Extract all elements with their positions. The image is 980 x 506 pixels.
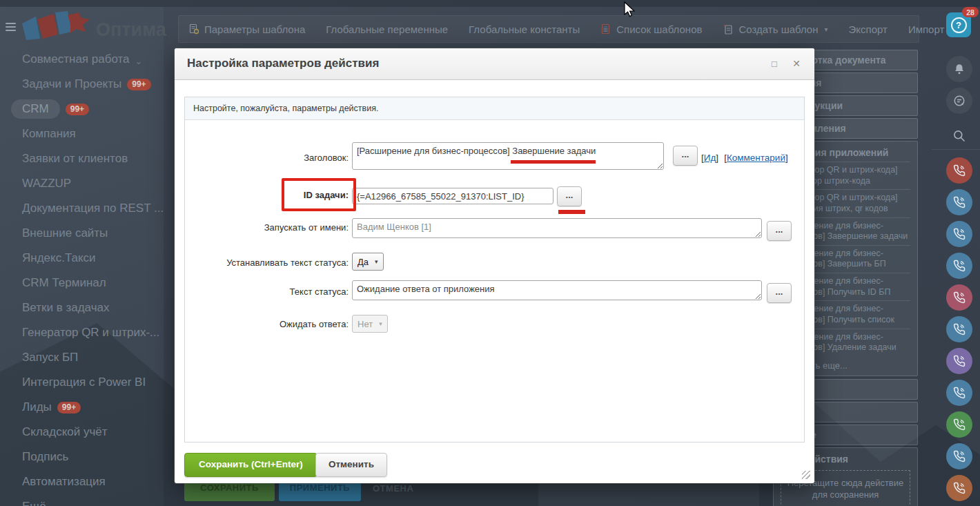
sidebar-item-label: Задачи и Проекты bbox=[22, 77, 121, 91]
select-value: Нет bbox=[357, 319, 373, 329]
telephony-call-rail bbox=[946, 157, 972, 501]
cancel-button[interactable]: Отменить bbox=[315, 453, 387, 477]
phone-call-icon[interactable] bbox=[946, 253, 972, 279]
tab-create-template[interactable]: Создать шаблон ▾ bbox=[723, 23, 827, 35]
tab-label: Импорт bbox=[908, 23, 944, 35]
sidebar-item-automation[interactable]: Автоматизация bbox=[22, 469, 160, 494]
phone-call-icon[interactable] bbox=[946, 348, 972, 374]
select-caret-icon: ▾ bbox=[379, 320, 382, 327]
sidebar-item-label: Совместная работа bbox=[22, 52, 130, 66]
sidebar-item-label: WAZZUP bbox=[22, 177, 71, 191]
phone-call-icon[interactable] bbox=[946, 380, 972, 406]
sidebar-menu: Совместная работа ⌄ Задачи и Проекты 99+… bbox=[22, 47, 160, 506]
field-label-title: Заголовок: bbox=[195, 153, 349, 163]
sidebar-item-powerbi[interactable]: Интеграция с Power BI bbox=[22, 370, 160, 395]
tab-global-variables[interactable]: Глобальные переменные bbox=[326, 23, 448, 35]
sidebar-item-bp-launch[interactable]: Запуск БП bbox=[22, 345, 160, 370]
chat-bubble-icon bbox=[953, 95, 966, 107]
sidebar-item-warehouse[interactable]: Складской учёт bbox=[22, 420, 160, 445]
sidebar-item-more[interactable]: Ещё bbox=[22, 494, 160, 506]
sidebar-item-tasks[interactable]: Задачи и Проекты 99+ bbox=[22, 72, 160, 97]
task-id-more-button[interactable]: ... bbox=[557, 186, 582, 206]
field-label-run-as: Запускать от имени: bbox=[195, 222, 349, 233]
sidebar-item-label: Лиды bbox=[22, 400, 52, 414]
search-button[interactable] bbox=[946, 123, 972, 149]
support-chat-button[interactable] bbox=[946, 88, 972, 114]
notification-badge: 99+ bbox=[66, 104, 89, 115]
phone-call-icon[interactable] bbox=[946, 284, 972, 311]
sidebar-item-label: Интеграция с Power BI bbox=[22, 376, 146, 389]
dialog-header[interactable]: Настройка параметров действия □ ✕ bbox=[175, 48, 814, 80]
tab-label: Создать шаблон bbox=[738, 23, 818, 35]
question-mark-icon: ? bbox=[951, 17, 967, 33]
chevron-down-icon: ⌄ bbox=[135, 56, 143, 66]
task-id-input[interactable] bbox=[352, 188, 553, 204]
bracket: ] bbox=[716, 153, 718, 163]
select-caret-icon: ▾ bbox=[375, 258, 378, 265]
sidebar-item-yandex-taxi[interactable]: Яндекс.Такси bbox=[22, 246, 160, 271]
sidebar-item-label: CRM Терминал bbox=[22, 276, 106, 290]
close-icon[interactable]: ✕ bbox=[790, 58, 803, 70]
title-more-button[interactable]: ... bbox=[673, 146, 698, 166]
tab-label: Список шаблонов bbox=[616, 23, 702, 35]
sidebar-item-leads[interactable]: Лиды 99+ bbox=[22, 395, 160, 420]
comment-link[interactable]: Комментарий bbox=[727, 153, 785, 163]
phone-call-icon[interactable] bbox=[946, 189, 972, 215]
tab-label: Параметры шаблона bbox=[204, 23, 305, 35]
help-notification-badge: 28 bbox=[962, 7, 979, 17]
phone-call-icon[interactable] bbox=[946, 157, 972, 184]
phone-call-icon[interactable] bbox=[946, 221, 972, 247]
tab-template-parameters[interactable]: Параметры шаблона bbox=[188, 23, 305, 35]
sidebar-item-signature[interactable]: Подпись bbox=[22, 445, 160, 469]
sidebar-item-client-requests[interactable]: Заявки от клиентов bbox=[22, 146, 160, 171]
title-textarea[interactable]: [Расширение для бизнес-процессов] Заверш… bbox=[352, 142, 664, 170]
active-item-pill: CRM bbox=[11, 99, 60, 119]
sidebar-item-wazzup[interactable]: WAZZUP bbox=[22, 171, 160, 196]
id-link[interactable]: Ид bbox=[704, 153, 716, 163]
hamburger-menu-icon[interactable] bbox=[6, 23, 16, 31]
save-button[interactable]: Сохранить (Ctrl+Enter) bbox=[184, 453, 317, 477]
doc-gear-icon bbox=[188, 23, 199, 35]
field-label-task-id: ID задачи: bbox=[195, 190, 349, 200]
tab-import[interactable]: Импорт bbox=[908, 23, 944, 35]
run-as-textarea[interactable]: Вадим Щенков [1] bbox=[352, 218, 762, 238]
caret-down-icon: ▾ bbox=[824, 26, 827, 33]
sidebar-item-crm-terminal[interactable]: CRM Терминал bbox=[22, 271, 160, 295]
sidebar-item-collab[interactable]: Совместная работа ⌄ bbox=[22, 47, 160, 72]
background-cancel-link[interactable]: ОТМЕНА bbox=[373, 483, 413, 494]
doc-new-icon bbox=[723, 23, 734, 35]
status-text-more-button[interactable]: ... bbox=[767, 283, 792, 303]
bell-icon bbox=[953, 63, 966, 75]
tab-template-list[interactable]: Список шаблонов bbox=[600, 23, 702, 35]
company-logo[interactable] bbox=[21, 11, 93, 46]
sidebar-item-label: Автоматизация bbox=[22, 475, 106, 489]
wait-reply-select-disabled: Нет ▾ bbox=[352, 315, 388, 333]
sidebar-item-label: Подпись bbox=[22, 450, 68, 464]
sidebar-item-external-sites[interactable]: Внешние сайты bbox=[22, 221, 160, 246]
sidebar-item-label: Генератор QR и штрих-... bbox=[22, 326, 159, 340]
dialog-resize-grip[interactable] bbox=[802, 471, 810, 479]
phone-call-icon[interactable] bbox=[946, 316, 972, 342]
run-as-more-button[interactable]: ... bbox=[767, 221, 792, 241]
sidebar-item-rest-docs[interactable]: Документация по REST ... bbox=[22, 196, 160, 221]
field-links: [Ид][Комментарий] bbox=[701, 153, 788, 163]
tab-export[interactable]: Экспорт bbox=[849, 23, 888, 35]
sidebar-item-qr-generator[interactable]: Генератор QR и штрих-... bbox=[22, 320, 160, 345]
sidebar-item-task-branches[interactable]: Ветки в задачах bbox=[22, 295, 160, 320]
sidebar-item-company[interactable]: Компания bbox=[22, 121, 160, 146]
set-status-select[interactable]: Да ▾ bbox=[352, 253, 384, 271]
tab-global-constants[interactable]: Глобальные константы bbox=[469, 23, 580, 35]
sidebar-item-label: Запуск БП bbox=[22, 351, 78, 364]
sidebar-item-crm[interactable]: CRM 99+ bbox=[22, 97, 160, 121]
select-value: Да bbox=[357, 257, 369, 267]
sidebar-item-label: Ещё bbox=[22, 500, 46, 506]
phone-call-icon[interactable] bbox=[946, 411, 972, 438]
maximize-icon[interactable]: □ bbox=[768, 58, 781, 70]
doc-list-icon bbox=[600, 23, 611, 35]
search-icon bbox=[952, 129, 966, 143]
notifications-bell-button[interactable] bbox=[946, 56, 972, 82]
status-text-textarea[interactable]: Ожидание ответа от приложения bbox=[352, 280, 762, 300]
phone-call-icon[interactable] bbox=[946, 475, 972, 501]
action-settings-dialog: Настройка параметров действия □ ✕ Настро… bbox=[175, 48, 814, 483]
phone-call-icon[interactable] bbox=[946, 443, 972, 469]
